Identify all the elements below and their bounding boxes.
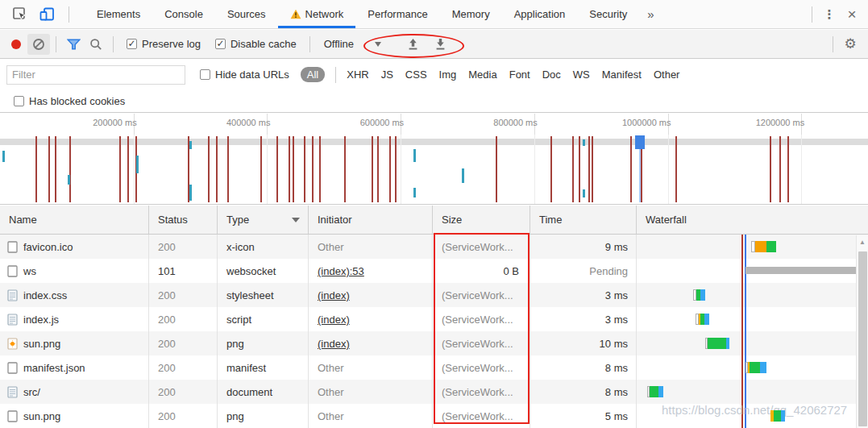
request-name-cell[interactable]: sun.png <box>0 404 149 428</box>
type-filter-all[interactable]: All <box>301 67 325 82</box>
request-name-cell[interactable]: favicon.ico <box>0 235 149 259</box>
import-har-icon[interactable] <box>402 34 425 55</box>
preserve-log-checkbox[interactable] <box>127 39 137 49</box>
request-name-cell[interactable]: sun.png <box>0 331 149 355</box>
disable-cache-checkbox[interactable] <box>215 39 226 49</box>
type-filter-manifest[interactable]: Manifest <box>602 69 642 81</box>
size-cell: (ServiceWork... <box>433 331 530 355</box>
waterfall-cell[interactable] <box>637 283 868 307</box>
time-cell: 10 ms <box>530 331 637 355</box>
tabbar-right-icons: ⋮ × <box>806 4 868 25</box>
scrollbar-thumb[interactable] <box>858 251 867 426</box>
record-button[interactable] <box>11 39 21 49</box>
device-toolbar-icon[interactable] <box>35 4 58 25</box>
type-filter-media[interactable]: Media <box>468 69 496 81</box>
type-filter-doc[interactable]: Doc <box>542 69 561 81</box>
initiator-cell[interactable]: (index) <box>309 283 433 307</box>
initiator-link[interactable]: (index):53 <box>318 265 364 277</box>
column-header-status[interactable]: Status <box>149 206 218 234</box>
request-row[interactable]: manifest.json200manifestOther(ServiceWor… <box>0 355 868 380</box>
close-icon[interactable]: × <box>841 4 863 25</box>
tab-network[interactable]: Network <box>278 0 356 28</box>
tab-sources[interactable]: Sources <box>215 0 278 28</box>
scrollbar-up-icon[interactable]: ▲ <box>857 235 868 246</box>
initiator-cell[interactable]: (index):53 <box>309 259 433 283</box>
column-header-waterfall[interactable]: Waterfall <box>637 206 868 234</box>
overview-event-line <box>289 136 290 202</box>
tab-security[interactable]: Security <box>577 0 639 28</box>
network-overview-timeline[interactable]: 200000 ms400000 ms600000 ms800000 ms1000… <box>0 114 868 205</box>
type-filter-js[interactable]: JS <box>381 69 393 81</box>
tab-performance[interactable]: Performance <box>355 0 439 28</box>
initiator-link[interactable]: (index) <box>318 314 350 326</box>
hide-data-urls-option[interactable]: Hide data URLs <box>200 69 289 81</box>
request-row[interactable]: index.css200stylesheet(index)(ServiceWor… <box>0 283 868 307</box>
type-filter-ws[interactable]: WS <box>573 69 590 81</box>
waterfall-bar-blue <box>781 410 785 422</box>
request-row[interactable]: sun.png200png(index)(ServiceWork...10 ms <box>0 331 868 355</box>
initiator-link[interactable]: (index) <box>318 338 350 350</box>
clear-button[interactable] <box>27 34 50 55</box>
initiator-cell: Other <box>309 380 433 404</box>
waterfall-cell[interactable] <box>637 380 868 404</box>
type-filter-other[interactable]: Other <box>654 69 680 81</box>
request-name: favicon.ico <box>23 241 73 253</box>
column-header-name[interactable]: Name <box>0 206 149 234</box>
type-filter-font[interactable]: Font <box>509 69 530 81</box>
tab-elements[interactable]: Elements <box>85 0 152 28</box>
request-name-cell[interactable]: ws <box>0 259 149 283</box>
initiator-cell[interactable]: (index) <box>309 331 433 355</box>
tab-console[interactable]: Console <box>152 0 215 28</box>
overview-teal-dash <box>189 141 192 149</box>
waterfall-cell[interactable] <box>637 307 868 331</box>
export-har-icon[interactable] <box>430 34 452 55</box>
request-name-cell[interactable]: index.js <box>0 307 149 331</box>
waterfall-bar-blue <box>760 362 766 373</box>
type-filter-xhr[interactable]: XHR <box>347 69 368 81</box>
more-tabs-chevron-icon[interactable]: » <box>639 7 662 21</box>
disable-cache-option[interactable]: Disable cache <box>215 38 297 50</box>
request-row[interactable]: favicon.ico200x-iconOther(ServiceWork...… <box>0 235 868 259</box>
waterfall-bar-green <box>766 241 776 252</box>
column-header-label: Time <box>539 214 562 226</box>
inspect-element-icon[interactable] <box>8 4 31 25</box>
preserve-log-option[interactable]: Preserve log <box>127 38 201 50</box>
kebab-menu-icon[interactable]: ⋮ <box>818 4 841 25</box>
tab-memory[interactable]: Memory <box>440 0 502 28</box>
has-blocked-cookies-checkbox[interactable] <box>14 96 24 106</box>
has-blocked-cookies-option[interactable]: Has blocked cookies <box>14 95 125 107</box>
throttling-select[interactable]: Offline <box>316 36 388 52</box>
request-name-cell[interactable]: src/ <box>0 380 149 404</box>
type-filter-css[interactable]: CSS <box>405 69 427 81</box>
tab-label: Application <box>514 8 566 20</box>
hide-data-urls-checkbox[interactable] <box>200 69 210 80</box>
tab-application[interactable]: Application <box>502 0 578 28</box>
waterfall-scrollbar[interactable]: ▲ <box>856 235 868 428</box>
initiator-link[interactable]: (index) <box>318 289 350 301</box>
overview-teal-dash <box>2 151 5 162</box>
request-row[interactable]: index.js200script(index)(ServiceWork...3… <box>0 307 868 331</box>
request-row[interactable]: src/200documentOther(ServiceWork...8 ms <box>0 380 868 404</box>
column-header-initiator[interactable]: Initiator <box>309 206 433 234</box>
request-name-cell[interactable]: manifest.json <box>0 355 149 380</box>
column-header-time[interactable]: Time <box>530 206 637 234</box>
search-icon[interactable] <box>85 34 107 55</box>
request-name-cell[interactable]: index.css <box>0 283 149 307</box>
overview-event-line <box>344 136 346 202</box>
waterfall-cell[interactable] <box>637 331 868 355</box>
overview-event-line <box>35 136 37 202</box>
status-cell: 200 <box>149 283 218 307</box>
column-header-size[interactable]: Size <box>433 206 530 234</box>
type-filter-img[interactable]: Img <box>439 69 457 81</box>
column-header-type[interactable]: Type <box>218 206 309 234</box>
filter-toggle-icon[interactable] <box>62 34 85 55</box>
overview-event-line <box>119 136 121 202</box>
settings-gear-icon[interactable]: ⚙ <box>839 34 862 55</box>
request-row[interactable]: ws101websocket(index):530 BPending <box>0 259 868 283</box>
ruler-tick-label: 200000 ms <box>48 118 137 127</box>
overview-gridline <box>267 135 268 204</box>
filter-input[interactable] <box>6 65 185 85</box>
initiator-cell[interactable]: (index) <box>309 307 433 331</box>
timeline-overview-body[interactable] <box>0 135 868 204</box>
overview-selection-marker[interactable] <box>635 135 645 149</box>
